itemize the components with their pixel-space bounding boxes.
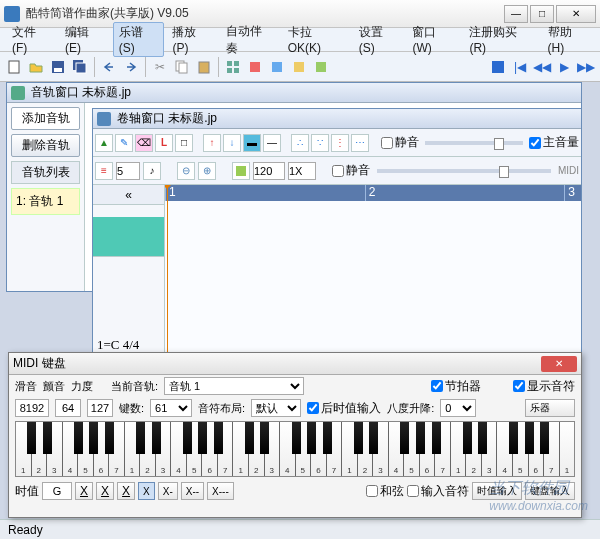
mute2-checkbox[interactable]: 静音 bbox=[332, 162, 370, 179]
black-key[interactable] bbox=[478, 422, 487, 454]
black-key[interactable] bbox=[260, 422, 269, 454]
minimize-button[interactable]: — bbox=[504, 5, 528, 23]
rewind-start-icon[interactable]: |◀ bbox=[510, 57, 530, 77]
dots1-icon[interactable]: ∴ bbox=[291, 134, 309, 152]
close-button[interactable]: ✕ bbox=[556, 5, 596, 23]
grid-value[interactable] bbox=[116, 162, 140, 180]
vib-value[interactable] bbox=[55, 399, 81, 417]
pitch-value[interactable] bbox=[15, 399, 49, 417]
zoom-out-icon[interactable]: ⊖ bbox=[177, 162, 195, 180]
layout-select[interactable]: 默认 bbox=[251, 399, 301, 417]
black-key[interactable] bbox=[136, 422, 145, 454]
dur-btn-6[interactable]: X-- bbox=[181, 482, 204, 500]
black-key[interactable] bbox=[369, 422, 378, 454]
octave-select[interactable]: 0 bbox=[440, 399, 476, 417]
shownote-checkbox[interactable]: 显示音符 bbox=[513, 378, 575, 395]
black-key[interactable] bbox=[43, 422, 52, 454]
black-key[interactable] bbox=[400, 422, 409, 454]
stop-icon[interactable] bbox=[488, 57, 508, 77]
inputnote-checkbox[interactable]: 输入音符 bbox=[407, 483, 469, 500]
black-key[interactable] bbox=[89, 422, 98, 454]
staff-icon[interactable]: ≡ bbox=[95, 162, 113, 180]
pencil-tool-icon[interactable]: ✎ bbox=[115, 134, 133, 152]
menu-settings[interactable]: 设置(S) bbox=[353, 22, 405, 57]
white-key[interactable]: 1 bbox=[560, 422, 575, 476]
menu-register[interactable]: 注册购买(R) bbox=[463, 22, 539, 57]
label-tool-icon[interactable]: L bbox=[155, 134, 173, 152]
black-key[interactable] bbox=[416, 422, 425, 454]
duration-value[interactable] bbox=[42, 482, 72, 500]
undo-icon[interactable] bbox=[99, 57, 119, 77]
black-key[interactable] bbox=[198, 422, 207, 454]
dots4-icon[interactable]: ⋯ bbox=[351, 134, 369, 152]
pointer-tool-icon[interactable]: ▲ bbox=[95, 134, 113, 152]
dots2-icon[interactable]: ∵ bbox=[311, 134, 329, 152]
black-key[interactable] bbox=[27, 422, 36, 454]
keys-select[interactable]: 61 bbox=[150, 399, 192, 417]
tempo-value[interactable] bbox=[253, 162, 285, 180]
midi-close-button[interactable]: ✕ bbox=[541, 356, 577, 372]
music-note-icon[interactable]: ♪ bbox=[143, 162, 161, 180]
menu-score[interactable]: 乐谱(S) bbox=[113, 22, 165, 57]
tool-a-icon[interactable] bbox=[245, 57, 265, 77]
menu-play[interactable]: 播放(P) bbox=[166, 22, 218, 57]
black-key[interactable] bbox=[323, 422, 332, 454]
dur-btn-1[interactable]: X bbox=[75, 482, 93, 500]
block-tool-icon[interactable]: ▬ bbox=[243, 134, 261, 152]
track-item-1[interactable]: 1: 音轨 1 bbox=[11, 188, 80, 215]
rewind-icon[interactable]: ◀◀ bbox=[532, 57, 552, 77]
black-key[interactable] bbox=[354, 422, 363, 454]
arrow-up-icon[interactable]: ↑ bbox=[203, 134, 221, 152]
dur-btn-4[interactable]: X bbox=[138, 482, 155, 500]
add-track-button[interactable]: 添加音轨 bbox=[11, 107, 80, 130]
new-file-icon[interactable] bbox=[4, 57, 24, 77]
kbdinput-button[interactable]: 键盘输入 bbox=[525, 482, 575, 500]
master-checkbox[interactable]: 主音量 bbox=[529, 134, 579, 151]
black-key[interactable] bbox=[152, 422, 161, 454]
chord-checkbox[interactable]: 和弦 bbox=[366, 483, 404, 500]
black-key[interactable] bbox=[74, 422, 83, 454]
track-window-titlebar[interactable]: 音轨窗口 未标题.jp bbox=[7, 83, 581, 103]
black-key[interactable] bbox=[509, 422, 518, 454]
time-ruler[interactable]: 1 2 3 bbox=[165, 185, 581, 201]
tool-b-icon[interactable] bbox=[267, 57, 287, 77]
dur-btn-5[interactable]: X- bbox=[158, 482, 178, 500]
mute1-checkbox[interactable]: 静音 bbox=[381, 134, 419, 151]
black-key[interactable] bbox=[307, 422, 316, 454]
black-key[interactable] bbox=[245, 422, 254, 454]
midi-titlebar[interactable]: MIDI 键盘 ✕ bbox=[9, 353, 581, 375]
select-tool-icon[interactable]: □ bbox=[175, 134, 193, 152]
roll-window-titlebar[interactable]: 卷轴窗口 未标题.jp bbox=[93, 109, 581, 129]
dur-btn-7[interactable]: X--- bbox=[207, 482, 234, 500]
durinput-button[interactable]: 时值输入 bbox=[472, 482, 522, 500]
tool-d-icon[interactable] bbox=[311, 57, 331, 77]
rewind-button[interactable]: « bbox=[93, 185, 164, 205]
paste-icon[interactable] bbox=[194, 57, 214, 77]
cut-icon[interactable]: ✂ bbox=[150, 57, 170, 77]
save-icon[interactable] bbox=[48, 57, 68, 77]
menu-edit[interactable]: 编辑(E) bbox=[59, 22, 111, 57]
menu-kara[interactable]: 卡拉OK(K) bbox=[282, 22, 351, 57]
grid-icon[interactable] bbox=[223, 57, 243, 77]
redo-icon[interactable] bbox=[121, 57, 141, 77]
save-all-icon[interactable] bbox=[70, 57, 90, 77]
black-key[interactable] bbox=[105, 422, 114, 454]
arrow-down-icon[interactable]: ↓ bbox=[223, 134, 241, 152]
black-key[interactable] bbox=[183, 422, 192, 454]
dur-btn-2[interactable]: X bbox=[96, 482, 114, 500]
black-key[interactable] bbox=[214, 422, 223, 454]
track-select[interactable]: 音轨 1 bbox=[164, 377, 304, 395]
vel-value[interactable] bbox=[87, 399, 113, 417]
metronome-checkbox[interactable]: 节拍器 bbox=[431, 378, 481, 395]
menu-window[interactable]: 窗口(W) bbox=[406, 22, 461, 57]
speed-value[interactable] bbox=[288, 162, 316, 180]
dots3-icon[interactable]: ⋮ bbox=[331, 134, 349, 152]
black-key[interactable] bbox=[432, 422, 441, 454]
vol-slider-2[interactable] bbox=[377, 169, 551, 173]
zoom-in-icon[interactable]: ⊕ bbox=[198, 162, 216, 180]
black-key[interactable] bbox=[463, 422, 472, 454]
loop-icon[interactable] bbox=[232, 162, 250, 180]
playhead[interactable] bbox=[167, 185, 168, 359]
delete-track-button[interactable]: 删除音轨 bbox=[11, 134, 80, 157]
erase-tool-icon[interactable]: ⌫ bbox=[135, 134, 153, 152]
